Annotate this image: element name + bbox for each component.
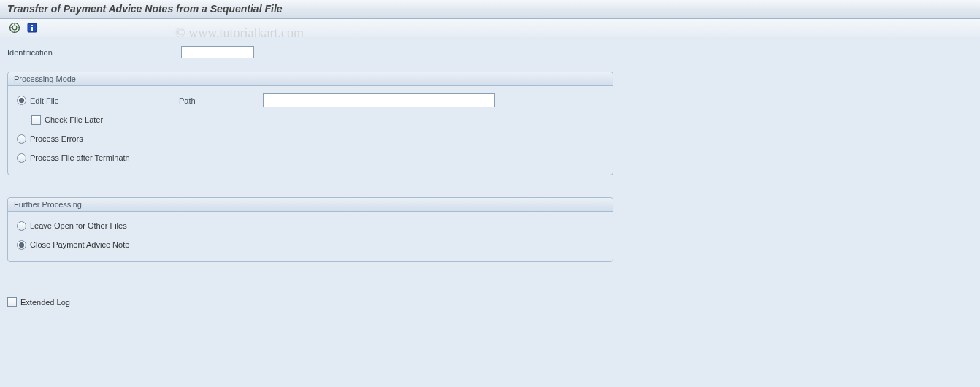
identification-row: Identification: [7, 46, 973, 58]
check-file-later-checkbox[interactable]: [31, 115, 41, 125]
process-after-term-label: Process File after Terminatn: [30, 153, 130, 162]
further-processing-group: Further Processing Leave Open for Other …: [7, 197, 613, 262]
identification-input[interactable]: [181, 46, 254, 58]
close-note-radio[interactable]: [17, 240, 26, 250]
extended-log-row: Extended Log: [7, 297, 973, 307]
processing-mode-group: Processing Mode Edit File Path Check Fil…: [7, 72, 613, 175]
process-errors-radio[interactable]: [17, 134, 26, 144]
check-file-later-label: Check File Later: [45, 115, 103, 124]
application-toolbar: [0, 19, 980, 37]
title-bar: Transfer of Payment Advice Notes from a …: [0, 0, 980, 19]
leave-open-label: Leave Open for Other Files: [30, 221, 127, 230]
svg-rect-8: [31, 27, 33, 31]
further-processing-title: Further Processing: [8, 198, 613, 212]
info-icon[interactable]: [25, 20, 39, 35]
extended-log-checkbox[interactable]: [7, 297, 17, 307]
edit-file-radio[interactable]: [17, 96, 26, 105]
process-after-term-radio[interactable]: [17, 153, 26, 163]
processing-mode-title: Processing Mode: [8, 72, 613, 86]
extended-log-label: Extended Log: [20, 298, 70, 307]
content-area: Identification Processing Mode Edit File…: [0, 37, 980, 387]
path-input[interactable]: [263, 93, 495, 107]
path-label: Path: [179, 96, 263, 105]
close-note-label: Close Payment Advice Note: [30, 240, 129, 249]
execute-icon[interactable]: [7, 20, 22, 35]
page-title: Transfer of Payment Advice Notes from a …: [7, 3, 283, 15]
edit-file-label: Edit File: [30, 96, 179, 105]
process-errors-label: Process Errors: [30, 134, 83, 143]
identification-label: Identification: [7, 48, 181, 57]
svg-rect-7: [31, 25, 33, 26]
leave-open-radio[interactable]: [17, 221, 26, 231]
svg-point-1: [12, 26, 17, 30]
